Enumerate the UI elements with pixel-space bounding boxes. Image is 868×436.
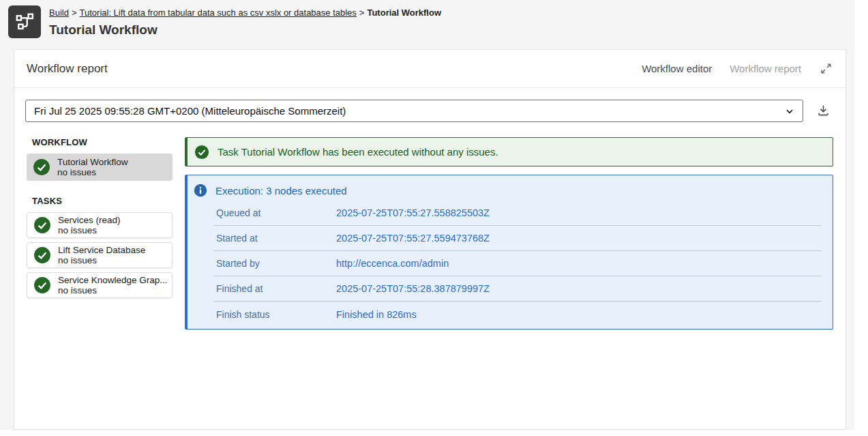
table-row: Queued at 2025-07-25T07:55:27.558825503Z — [213, 201, 822, 226]
header-text-block: Build>Tutorial: Lift data from tabular d… — [49, 5, 441, 38]
breadcrumb-separator: > — [72, 8, 77, 18]
row-value: 2025-07-25T07:55:27.558825503Z — [336, 207, 490, 218]
execution-details-table: Queued at 2025-07-25T07:55:27.558825503Z… — [213, 201, 822, 327]
execution-summary-title: Execution: 3 nodes executed — [215, 185, 347, 197]
sidebar-item-services-read[interactable]: Services (read) no issues — [27, 212, 173, 238]
node-item-subtitle: no issues — [57, 167, 128, 177]
execution-date-select[interactable]: Fri Jul 25 2025 09:55:28 GMT+0200 (Mitte… — [25, 100, 803, 122]
node-item-title: Services (read) — [58, 215, 121, 225]
row-value: Finished in 826ms — [336, 309, 417, 320]
row-value: 2025-07-25T07:55:27.559473768Z — [336, 233, 490, 244]
breadcrumb-item-project[interactable]: Tutorial: Lift data from tabular data su… — [80, 8, 357, 18]
breadcrumb: Build>Tutorial: Lift data from tabular d… — [49, 7, 441, 18]
table-row: Finish status Finished in 826ms — [213, 302, 822, 327]
breadcrumb-item-build[interactable]: Build — [49, 8, 69, 18]
success-check-icon — [33, 158, 50, 176]
table-row: Finished at 2025-07-25T07:55:28.38787999… — [213, 276, 822, 302]
card-title: Workflow report — [27, 62, 108, 76]
report-toolbar: Fri Jul 25 2025 09:55:28 GMT+0200 (Mitte… — [14, 100, 845, 122]
success-check-icon — [33, 276, 51, 294]
card-header: Workflow report Workflow editor Workflow… — [14, 50, 845, 88]
row-label: Started at — [216, 233, 336, 244]
tab-workflow-editor[interactable]: Workflow editor — [642, 63, 712, 74]
workflow-section-heading: WORKFLOW — [32, 137, 173, 147]
open-in-full-icon[interactable] — [819, 61, 833, 76]
workflow-graph-icon — [8, 5, 41, 38]
table-row: Started by http://eccenca.com/admin — [213, 251, 822, 276]
node-item-subtitle: no issues — [58, 255, 145, 265]
node-item-subtitle: no issues — [58, 285, 168, 295]
success-message: Task Tutorial Workflow has been executed… — [218, 146, 498, 158]
node-item-title: Lift Service Database — [58, 245, 145, 255]
tab-workflow-report[interactable]: Workflow report — [730, 63, 801, 74]
row-value: 2025-07-25T07:55:28.387879997Z — [336, 283, 490, 294]
sidebar-item-service-knowledge-graph[interactable]: Service Knowledge Grap... no issues — [27, 272, 173, 298]
node-item-title: Tutorial Workflow — [57, 157, 128, 167]
table-row: Started at 2025-07-25T07:55:27.559473768… — [213, 226, 822, 251]
execution-summary-header: Execution: 3 nodes executed — [194, 182, 827, 199]
node-item-text: Services (read) no issues — [58, 215, 121, 235]
page-title: Tutorial Workflow — [49, 23, 441, 38]
success-check-icon — [33, 246, 51, 264]
workflow-report-page: Build>Tutorial: Lift data from tabular d… — [0, 0, 868, 436]
app-header: Build>Tutorial: Lift data from tabular d… — [8, 5, 441, 38]
node-item-title: Service Knowledge Grap... — [58, 275, 168, 285]
sidebar-item-tutorial-workflow[interactable]: Tutorial Workflow no issues — [27, 154, 173, 181]
chevron-down-icon — [785, 106, 794, 116]
node-item-text: Tutorial Workflow no issues — [57, 157, 128, 177]
download-icon[interactable] — [811, 101, 835, 121]
view-switch: Workflow editor Workflow report — [642, 61, 833, 76]
report-content: WORKFLOW Tutorial Workflow no issues TAS… — [14, 137, 845, 330]
row-label: Finish status — [216, 309, 336, 320]
report-main-column: Task Tutorial Workflow has been executed… — [185, 137, 833, 330]
success-check-icon — [33, 216, 51, 234]
success-check-icon — [194, 145, 209, 160]
row-label: Queued at — [216, 207, 336, 218]
node-item-subtitle: no issues — [58, 225, 121, 235]
node-item-text: Service Knowledge Grap... no issues — [58, 275, 168, 295]
node-item-text: Lift Service Database no issues — [58, 245, 145, 265]
breadcrumb-separator: > — [359, 8, 365, 18]
row-value: http://eccenca.com/admin — [336, 258, 449, 269]
sidebar-item-lift-service-database[interactable]: Lift Service Database no issues — [27, 242, 173, 268]
execution-date-value: Fri Jul 25 2025 09:55:28 GMT+0200 (Mitte… — [34, 105, 785, 117]
tasks-section-heading: TASKS — [32, 196, 173, 206]
execution-summary-panel: Execution: 3 nodes executed Queued at 20… — [185, 175, 833, 330]
breadcrumb-item-current: Tutorial Workflow — [367, 8, 441, 18]
info-icon — [194, 184, 207, 197]
node-sidebar: WORKFLOW Tutorial Workflow no issues TAS… — [27, 137, 173, 330]
row-label: Finished at — [216, 283, 336, 294]
success-banner: Task Tutorial Workflow has been executed… — [185, 137, 833, 166]
workflow-report-card: Workflow report Workflow editor Workflow… — [14, 49, 846, 430]
row-label: Started by — [216, 258, 336, 269]
